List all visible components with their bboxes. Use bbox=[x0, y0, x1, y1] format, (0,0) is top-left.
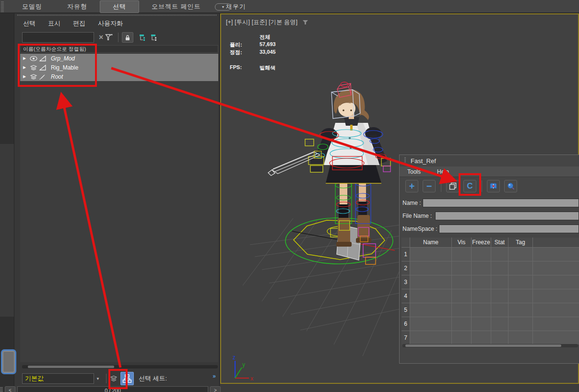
scrollbar-thumb[interactable] bbox=[405, 344, 561, 347]
eye-icon[interactable] bbox=[30, 56, 37, 61]
table-cell[interactable] bbox=[472, 261, 491, 275]
menu-select[interactable]: 선택 bbox=[23, 19, 35, 28]
column-header-tag[interactable]: Tag bbox=[508, 238, 532, 247]
table-cell[interactable] bbox=[472, 331, 491, 344]
layers-icon[interactable] bbox=[30, 74, 37, 80]
expand-arrow-icon[interactable]: ▶ bbox=[23, 65, 28, 70]
table-cell[interactable] bbox=[533, 331, 579, 344]
layers-icon[interactable] bbox=[30, 65, 37, 71]
table-cell[interactable] bbox=[508, 303, 532, 317]
table-cell[interactable] bbox=[508, 261, 532, 275]
table-cell[interactable] bbox=[410, 248, 451, 261]
table-cell[interactable] bbox=[452, 275, 471, 289]
explorer-horizontal-scrollbar[interactable] bbox=[22, 365, 218, 368]
row-number[interactable]: 7 bbox=[402, 331, 410, 344]
timeline-grip[interactable] bbox=[0, 387, 3, 392]
ribbon-minimize-control[interactable]: ▼ ▼ bbox=[215, 2, 248, 11]
filter-funnel-icon[interactable] bbox=[302, 20, 308, 25]
table-cell[interactable] bbox=[452, 317, 471, 331]
dialog-grip[interactable] bbox=[404, 157, 406, 164]
merge-button[interactable] bbox=[446, 180, 459, 192]
tab-modeling[interactable]: 모델링 bbox=[10, 1, 55, 12]
clear-search-icon[interactable]: × bbox=[99, 33, 103, 42]
row-number[interactable]: 4 bbox=[402, 289, 410, 303]
table-cell[interactable] bbox=[533, 289, 579, 303]
remove-button[interactable]: − bbox=[423, 180, 436, 192]
table-cell[interactable] bbox=[508, 331, 532, 344]
tab-selection[interactable]: 선택 bbox=[100, 0, 139, 13]
expand-arrow-icon[interactable]: ▶ bbox=[23, 74, 28, 79]
table-cell[interactable] bbox=[452, 261, 471, 275]
column-header-stat[interactable]: Stat bbox=[491, 238, 508, 247]
table-cell[interactable] bbox=[491, 261, 508, 275]
viewport-label[interactable]: [+] [투시] [표준] [기본 음영] bbox=[226, 18, 308, 26]
table-cell[interactable] bbox=[491, 248, 508, 261]
table-cell[interactable] bbox=[410, 317, 451, 331]
tree-collapse-all-icon[interactable] bbox=[149, 32, 160, 43]
menu-edit[interactable]: 편집 bbox=[73, 19, 85, 28]
namespace-input[interactable] bbox=[439, 225, 579, 233]
table-cell[interactable] bbox=[472, 303, 491, 317]
node-label[interactable]: Rig_Mable bbox=[51, 64, 78, 71]
search-input[interactable] bbox=[22, 32, 94, 43]
row-number[interactable]: 1 bbox=[402, 248, 410, 261]
table-cell[interactable] bbox=[508, 289, 532, 303]
table-cell[interactable] bbox=[508, 275, 532, 289]
table-cell[interactable] bbox=[452, 289, 471, 303]
menu-tools[interactable]: Tools bbox=[407, 168, 421, 175]
menu-help[interactable]: Help bbox=[437, 168, 449, 175]
table-cell[interactable] bbox=[533, 261, 579, 275]
scene-node-rig-mable[interactable]: ▶ Rig_Mable bbox=[20, 63, 218, 72]
lock-icon[interactable] bbox=[122, 32, 133, 43]
column-header-filename[interactable]: FileName bbox=[533, 238, 579, 247]
tree-expand-all-icon[interactable] bbox=[137, 32, 149, 43]
row-number[interactable]: 6 bbox=[402, 317, 410, 331]
table-cell[interactable] bbox=[410, 261, 451, 275]
table-cell[interactable] bbox=[491, 317, 508, 331]
table-cell[interactable] bbox=[410, 303, 451, 317]
ribbon-grip[interactable] bbox=[1, 1, 4, 12]
scrollbar-thumb[interactable] bbox=[28, 366, 114, 368]
selection-set-tree-button[interactable] bbox=[120, 372, 134, 385]
name-input[interactable] bbox=[423, 199, 579, 207]
row-number[interactable]: 3 bbox=[402, 275, 410, 289]
layers-icon[interactable] bbox=[110, 375, 118, 382]
table-cell[interactable] bbox=[491, 289, 508, 303]
node-label[interactable]: Grp_Mod bbox=[51, 55, 75, 62]
import-button[interactable] bbox=[487, 180, 500, 192]
add-button[interactable]: + bbox=[405, 180, 418, 192]
table-cell[interactable] bbox=[491, 331, 508, 344]
table-cell[interactable] bbox=[472, 289, 491, 303]
table-horizontal-scrollbar[interactable] bbox=[402, 344, 578, 347]
file-name-input[interactable] bbox=[435, 212, 579, 220]
frame-counter[interactable]: 0 / 200 bbox=[17, 386, 208, 392]
column-header-name[interactable]: Name bbox=[410, 238, 451, 247]
chevron-down-icon[interactable]: ▼ bbox=[96, 377, 100, 381]
row-number[interactable]: 2 bbox=[402, 261, 410, 275]
node-label[interactable]: Root bbox=[51, 73, 63, 80]
copy-button[interactable]: C bbox=[463, 180, 476, 192]
filter-funnel-icon[interactable] bbox=[103, 32, 115, 43]
corner-color-swatch[interactable] bbox=[1, 349, 16, 374]
preset-dropdown[interactable]: 기본값 bbox=[22, 373, 94, 384]
tab-object-paint[interactable]: 오브젝트 페인트 bbox=[139, 1, 213, 12]
table-cell[interactable] bbox=[410, 289, 451, 303]
menu-customize[interactable]: 사용자화 bbox=[98, 19, 123, 28]
table-cell[interactable] bbox=[410, 275, 451, 289]
previous-frame-button[interactable]: < bbox=[5, 386, 15, 392]
table-cell[interactable] bbox=[533, 248, 579, 261]
table-cell[interactable] bbox=[452, 248, 471, 261]
table-cell[interactable] bbox=[508, 248, 532, 261]
table-cell[interactable] bbox=[508, 317, 532, 331]
scene-node-root[interactable]: ▶ Root bbox=[20, 72, 218, 81]
column-header-freeze[interactable]: Freeze bbox=[472, 238, 491, 247]
menu-display[interactable]: 표시 bbox=[48, 19, 60, 28]
table-cell[interactable] bbox=[472, 248, 491, 261]
overflow-chevrons-icon[interactable]: » bbox=[213, 373, 216, 380]
table-cell[interactable] bbox=[452, 331, 471, 344]
table-cell[interactable] bbox=[533, 275, 579, 289]
search-button[interactable] bbox=[504, 180, 517, 192]
row-number[interactable]: 5 bbox=[402, 303, 410, 317]
expand-arrow-icon[interactable]: ▶ bbox=[23, 56, 28, 60]
tab-freeform[interactable]: 자유형 bbox=[55, 1, 100, 12]
